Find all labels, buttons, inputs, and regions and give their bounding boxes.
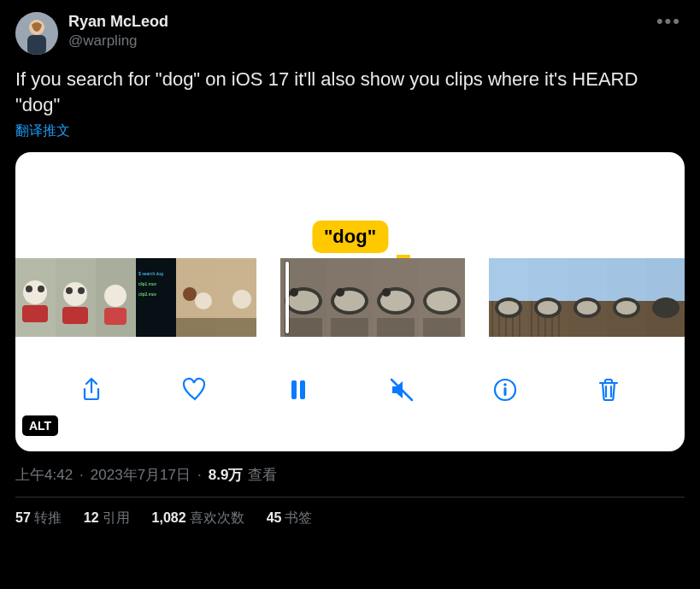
svg-rect-23 <box>176 318 216 337</box>
heart-icon <box>181 376 209 403</box>
clip-group-2 <box>280 258 465 337</box>
views-count: 8.9万 <box>209 465 244 485</box>
video-timeline[interactable]: $ search dogclip1.movclip2.mov <box>15 258 685 337</box>
svg-point-7 <box>38 286 44 292</box>
svg-rect-74 <box>291 380 297 399</box>
svg-rect-68 <box>646 258 685 301</box>
bookmarks-stat[interactable]: 45书签 <box>267 509 313 527</box>
svg-point-63 <box>577 301 597 315</box>
svg-rect-2 <box>27 35 46 55</box>
meta-separator <box>78 467 85 484</box>
svg-point-11 <box>66 287 73 294</box>
svg-point-4 <box>23 280 47 304</box>
svg-rect-10 <box>62 307 88 324</box>
svg-rect-15 <box>104 308 126 325</box>
svg-rect-51 <box>528 258 568 301</box>
tweet-header: Ryan McLeod @warpling ••• <box>15 12 685 55</box>
retweets-stat[interactable]: 57转推 <box>15 509 62 527</box>
svg-rect-75 <box>300 380 305 399</box>
svg-rect-16 <box>136 258 176 337</box>
clip-group-1: $ search dogclip1.movclip2.mov <box>15 258 256 337</box>
svg-point-12 <box>78 287 85 294</box>
media-attachment[interactable]: "dog" $ search dogclip1.movclip2.mov <box>15 152 685 451</box>
author-handle: @warpling <box>68 32 646 50</box>
svg-point-50 <box>498 301 519 315</box>
author-block[interactable]: Ryan McLeod @warpling <box>68 12 646 50</box>
svg-rect-42 <box>489 258 528 301</box>
svg-point-30 <box>290 288 298 297</box>
meta-separator <box>196 467 203 484</box>
svg-rect-79 <box>504 387 507 396</box>
info-icon <box>491 376 519 403</box>
svg-point-59 <box>538 301 558 315</box>
svg-point-9 <box>63 282 87 306</box>
svg-point-34 <box>336 288 344 297</box>
tweet-time[interactable]: 上午4:42 <box>15 465 73 485</box>
media-top-area: "dog" <box>15 152 685 258</box>
pause-icon <box>285 376 312 403</box>
svg-point-14 <box>104 285 126 307</box>
mute-button[interactable] <box>385 373 419 407</box>
svg-rect-64 <box>607 258 646 301</box>
svg-point-38 <box>382 288 391 297</box>
translate-link[interactable]: 翻译推文 <box>15 122 685 140</box>
share-icon <box>78 376 105 403</box>
svg-point-21 <box>183 287 197 301</box>
share-button[interactable] <box>74 373 109 407</box>
more-options-button[interactable]: ••• <box>656 12 685 31</box>
likes-stat[interactable]: 1,082喜欢次数 <box>152 509 244 527</box>
like-button[interactable] <box>178 373 212 407</box>
author-name: Ryan McLeod <box>68 12 646 32</box>
avatar[interactable] <box>15 12 58 55</box>
svg-point-22 <box>195 292 212 309</box>
svg-rect-60 <box>568 258 607 301</box>
svg-point-25 <box>232 290 251 309</box>
playhead-indicator[interactable] <box>285 262 289 333</box>
svg-point-41 <box>426 291 457 311</box>
alt-text-badge[interactable]: ALT <box>22 415 58 436</box>
svg-text:clip1.mov: clip1.mov <box>138 281 157 286</box>
svg-point-70 <box>652 297 679 318</box>
svg-text:clip2.mov: clip2.mov <box>138 292 157 297</box>
tweet-text: If you search for "dog" on iOS 17 it'll … <box>15 67 685 117</box>
svg-point-6 <box>26 286 32 292</box>
svg-rect-5 <box>22 305 48 322</box>
delete-button[interactable] <box>591 373 626 407</box>
info-button[interactable] <box>488 373 522 407</box>
tweet-date[interactable]: 2023年7月17日 <box>91 465 191 485</box>
keyword-tag: "dog" <box>312 221 388 253</box>
svg-text:$ search dog: $ search dog <box>138 271 163 276</box>
clip-group-3 <box>489 258 685 337</box>
tweet-meta: 上午4:42 2023年7月17日 8.9万 查看 <box>15 465 685 485</box>
svg-point-78 <box>503 384 507 387</box>
views-label: 查看 <box>248 465 277 485</box>
quotes-stat[interactable]: 12引用 <box>84 509 130 527</box>
pause-button[interactable] <box>281 373 315 407</box>
ellipsis-icon: ••• <box>656 10 681 32</box>
engagement-stats: 57转推 12引用 1,082喜欢次数 45书签 <box>15 498 685 527</box>
speaker-muted-icon <box>388 376 415 403</box>
trash-icon <box>595 376 622 403</box>
svg-rect-26 <box>216 318 256 337</box>
tweet-container: Ryan McLeod @warpling ••• If you search … <box>0 0 700 527</box>
svg-point-67 <box>616 301 637 315</box>
media-toolbar <box>15 337 685 451</box>
